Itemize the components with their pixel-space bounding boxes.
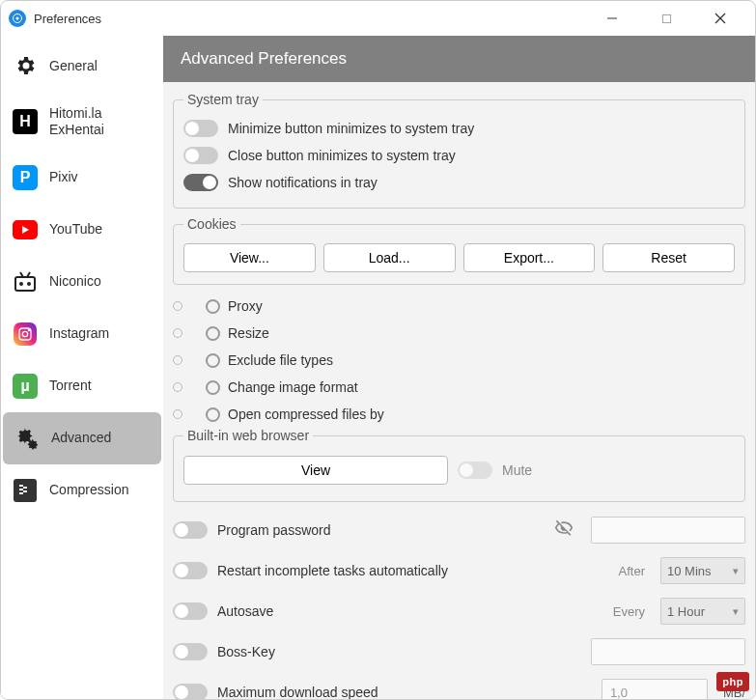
sidebar-item-label: Hitomi.la ExHentai bbox=[49, 105, 152, 138]
cookies-reset-button[interactable]: Reset bbox=[602, 243, 735, 272]
proxy-radio[interactable] bbox=[206, 299, 220, 314]
svg-rect-16 bbox=[19, 485, 23, 487]
sidebar-item-niconico[interactable]: Niconico bbox=[1, 256, 163, 308]
watermark: php bbox=[716, 672, 749, 691]
sidebar-item-pixiv[interactable]: P Pixiv bbox=[1, 152, 163, 204]
minimize-to-tray-toggle[interactable] bbox=[183, 120, 218, 137]
resize-label: Resize bbox=[228, 325, 269, 341]
close-to-tray-toggle[interactable] bbox=[183, 147, 218, 164]
system-tray-group: System tray Minimize button minimizes to… bbox=[173, 92, 745, 209]
browser-legend: Built-in web browser bbox=[183, 428, 313, 443]
window-title: Preferences bbox=[34, 12, 101, 26]
cookies-view-button[interactable]: View... bbox=[183, 243, 316, 272]
autosave-toggle[interactable] bbox=[173, 602, 208, 620]
open-compressed-radio[interactable] bbox=[206, 407, 220, 422]
hitomi-icon: H bbox=[13, 109, 38, 134]
svg-point-1 bbox=[16, 17, 19, 20]
svg-point-14 bbox=[28, 329, 29, 330]
svg-rect-7 bbox=[15, 277, 35, 291]
window-minimize-button[interactable] bbox=[597, 3, 628, 34]
password-toggle[interactable] bbox=[173, 521, 208, 539]
youtube-icon bbox=[13, 217, 38, 242]
titlebar: Preferences bbox=[1, 1, 755, 36]
bosskey-input[interactable] bbox=[591, 638, 745, 665]
show-notifications-label: Show notifications in tray bbox=[228, 175, 378, 190]
proxy-label: Proxy bbox=[228, 298, 263, 314]
browser-mute-toggle[interactable] bbox=[458, 462, 492, 479]
eye-off-icon[interactable] bbox=[554, 518, 574, 542]
sidebar-item-label: Advanced bbox=[51, 430, 111, 446]
maxspeed-label: Maximum download speed bbox=[217, 685, 378, 699]
cookies-load-button[interactable]: Load... bbox=[323, 243, 456, 272]
show-notifications-toggle[interactable] bbox=[183, 174, 218, 191]
svg-rect-17 bbox=[23, 487, 27, 489]
open-compressed-label: Open compressed files by bbox=[228, 406, 384, 422]
instagram-icon bbox=[13, 322, 38, 347]
sidebar-item-youtube[interactable]: YouTube bbox=[1, 204, 163, 256]
autosave-hint: Every bbox=[613, 604, 645, 619]
restart-interval-select[interactable]: 10 Mins▾ bbox=[660, 557, 745, 584]
maxspeed-input[interactable] bbox=[602, 679, 708, 699]
sidebar-item-label: Compression bbox=[49, 482, 128, 498]
sidebar-item-compression[interactable]: Compression bbox=[1, 464, 163, 517]
change-format-radio[interactable] bbox=[206, 380, 220, 395]
svg-rect-20 bbox=[19, 492, 23, 494]
password-input[interactable] bbox=[591, 517, 745, 544]
svg-point-13 bbox=[22, 331, 27, 336]
autosave-label: Autosave bbox=[217, 603, 273, 619]
chevron-down-icon: ▾ bbox=[733, 605, 739, 618]
svg-point-11 bbox=[28, 283, 30, 285]
cookies-export-button[interactable]: Export... bbox=[463, 243, 596, 272]
autosave-interval-select[interactable]: 1 Hour▾ bbox=[660, 598, 745, 625]
gear-icon bbox=[13, 53, 38, 78]
pixiv-icon: P bbox=[13, 165, 38, 190]
cookies-group: Cookies View... Load... Export... Reset bbox=[173, 216, 745, 285]
sidebar-item-label: Niconico bbox=[49, 273, 101, 290]
window-close-button[interactable] bbox=[705, 3, 736, 34]
browser-group: Built-in web browser View Mute bbox=[173, 428, 745, 502]
sidebar-item-label: YouTube bbox=[49, 221, 102, 238]
resize-radio[interactable] bbox=[206, 326, 220, 341]
window-maximize-button[interactable] bbox=[651, 3, 682, 34]
sidebar-item-label: Torrent bbox=[49, 378, 92, 394]
bosskey-toggle[interactable] bbox=[173, 643, 208, 660]
sidebar-item-hitomi[interactable]: H Hitomi.la ExHentai bbox=[1, 92, 163, 152]
svg-point-10 bbox=[20, 283, 22, 285]
sidebar-item-advanced[interactable]: Advanced bbox=[3, 412, 161, 464]
restart-toggle[interactable] bbox=[173, 562, 208, 579]
exclude-label: Exclude file types bbox=[228, 352, 333, 368]
chevron-down-icon: ▾ bbox=[733, 565, 739, 577]
exclude-radio[interactable] bbox=[206, 353, 220, 368]
cookies-legend: Cookies bbox=[183, 216, 240, 232]
sidebar-item-general[interactable]: General bbox=[1, 40, 163, 92]
gears-icon bbox=[14, 426, 40, 451]
restart-label: Restart incomplete tasks automatically bbox=[217, 563, 448, 578]
content-body: System tray Minimize button minimizes to… bbox=[163, 82, 755, 699]
svg-rect-3 bbox=[662, 14, 670, 22]
close-to-tray-label: Close button minimizes to system tray bbox=[228, 148, 456, 163]
svg-rect-18 bbox=[19, 489, 23, 490]
sidebar-item-torrent[interactable]: µ Torrent bbox=[1, 360, 163, 412]
browser-mute-label: Mute bbox=[502, 462, 532, 478]
sidebar-item-label: General bbox=[49, 58, 98, 74]
sidebar-item-label: Pixiv bbox=[49, 169, 78, 185]
maxspeed-toggle[interactable] bbox=[173, 684, 208, 699]
minimize-to-tray-label: Minimize button minimizes to system tray bbox=[228, 121, 474, 136]
system-tray-legend: System tray bbox=[183, 92, 263, 107]
torrent-icon: µ bbox=[13, 374, 38, 399]
bosskey-label: Boss-Key bbox=[217, 644, 275, 659]
page-title: Advanced Preferences bbox=[163, 36, 755, 82]
svg-rect-19 bbox=[23, 490, 27, 492]
compression-icon bbox=[13, 478, 38, 503]
niconico-icon bbox=[13, 269, 38, 294]
app-icon bbox=[9, 10, 26, 27]
svg-marker-6 bbox=[22, 226, 29, 234]
change-format-label: Change image format bbox=[228, 379, 358, 395]
browser-view-button[interactable]: View bbox=[183, 456, 448, 485]
sidebar: General H Hitomi.la ExHentai P Pixiv You… bbox=[1, 36, 163, 699]
restart-hint: After bbox=[619, 564, 645, 578]
sidebar-item-label: Instagram bbox=[49, 325, 109, 342]
sidebar-item-instagram[interactable]: Instagram bbox=[1, 308, 163, 360]
password-label: Program password bbox=[217, 522, 331, 538]
